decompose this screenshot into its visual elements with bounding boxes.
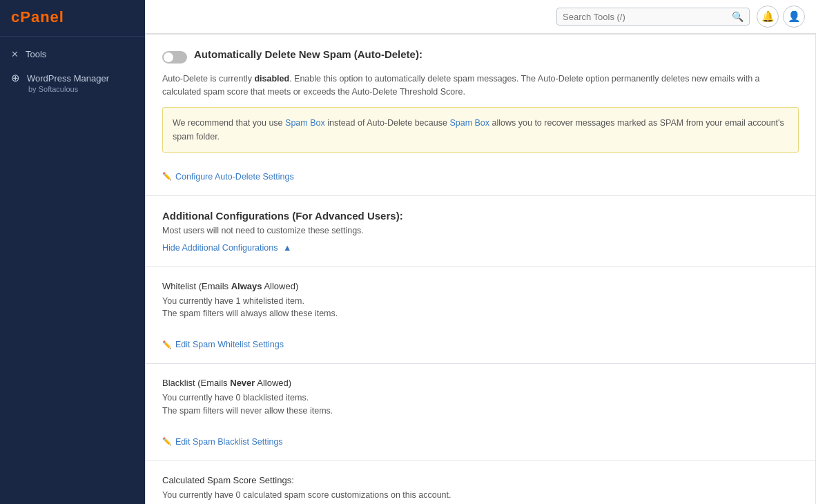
sidebar-item-tools[interactable]: ✕ Tools xyxy=(0,42,145,66)
auto-delete-title: Automatically Delete New Spam (Auto-Dele… xyxy=(194,48,422,60)
whitelist-cursor-indicator xyxy=(286,333,300,349)
sidebar: cPanel ✕ Tools ⊕ WordPress Manager by So… xyxy=(0,0,145,504)
blacklist-pencil-icon: ✏️ xyxy=(162,437,172,446)
spam-score-desc: You currently have 0 calculated spam sco… xyxy=(162,489,799,502)
blacklist-title-after: Allowed) xyxy=(255,378,291,388)
main-area: 🔍 🔔 👤 Automatically Delete New Spam (Aut… xyxy=(145,0,816,504)
blacklist-title-bold: Never xyxy=(230,378,255,388)
additional-config-title: Additional Configurations (For Advanced … xyxy=(162,210,799,222)
additional-config-section: Additional Configurations (For Advanced … xyxy=(146,196,815,267)
blacklist-line2: The spam filters will never allow these … xyxy=(162,405,799,418)
sidebar-item-wordpress[interactable]: ⊕ WordPress Manager by Softaculous xyxy=(0,66,145,99)
pencil-icon: ✏️ xyxy=(162,172,172,181)
spam-score-title: Calculated Spam Score Settings: xyxy=(162,475,799,485)
search-input[interactable] xyxy=(563,12,729,22)
auto-delete-notice: We recommend that you use Spam Box inste… xyxy=(162,107,799,153)
whitelist-line1: You currently have 1 whitelisted item. xyxy=(162,295,799,308)
additional-config-desc: Most users will not need to customize th… xyxy=(162,226,799,235)
notifications-button[interactable]: 🔔 xyxy=(757,6,779,28)
notice-text-before: We recommend that you use xyxy=(173,118,285,128)
top-bar-icons: 🔔 👤 xyxy=(757,6,805,28)
content-panel: Automatically Delete New Spam (Auto-Dele… xyxy=(145,34,816,504)
blacklist-section: Blacklist (Emails Never Allowed) You cur… xyxy=(146,364,815,461)
spam-score-section: Calculated Spam Score Settings: You curr… xyxy=(146,461,815,505)
spam-box-link-1[interactable]: Spam Box xyxy=(285,118,325,128)
wordpress-label: WordPress Manager xyxy=(27,73,109,84)
tools-icon: ✕ xyxy=(11,49,19,59)
sidebar-navigation: ✕ Tools ⊕ WordPress Manager by Softaculo… xyxy=(0,37,145,104)
content-area: Automatically Delete New Spam (Auto-Dele… xyxy=(145,34,816,504)
whitelist-title-bold: Always xyxy=(231,281,262,291)
whitelist-line2: The spam filters will always allow these… xyxy=(162,307,799,320)
wordpress-icon: ⊕ xyxy=(11,72,20,84)
auto-delete-description: Auto-Delete is currently disabled. Enabl… xyxy=(162,72,799,99)
brand-panel: Panel xyxy=(20,8,64,26)
auto-delete-desc-before: Auto-Delete is currently xyxy=(162,74,254,84)
user-button[interactable]: 👤 xyxy=(783,6,805,28)
user-icon: 👤 xyxy=(788,10,801,23)
top-bar: 🔍 🔔 👤 xyxy=(145,0,816,34)
cpanel-brand: cPanel xyxy=(11,8,134,26)
whitelist-title-after: Allowed) xyxy=(262,281,299,291)
wordpress-subtitle: by Softaculous xyxy=(28,85,134,93)
notice-text-middle: instead of Auto-Delete because xyxy=(325,118,450,128)
auto-delete-status: disabled xyxy=(254,74,289,84)
auto-delete-toggle[interactable] xyxy=(162,51,187,64)
blacklist-title: Blacklist (Emails Never Allowed) xyxy=(162,378,799,388)
auto-delete-toggle-row: Automatically Delete New Spam (Auto-Dele… xyxy=(162,48,799,66)
edit-whitelist-label: Edit Spam Whitelist Settings xyxy=(175,340,284,349)
blacklist-line1: You currently have 0 blacklisted items. xyxy=(162,391,799,405)
brand-c: c xyxy=(11,8,20,26)
bell-icon: 🔔 xyxy=(761,10,775,23)
hide-additional-config-link[interactable]: Hide Additional Configurations ▲ xyxy=(162,243,291,253)
auto-delete-section: Automatically Delete New Spam (Auto-Dele… xyxy=(146,35,815,196)
configure-auto-delete-label: Configure Auto-Delete Settings xyxy=(175,172,294,182)
whitelist-title-before: Whitelist (Emails xyxy=(162,281,231,291)
search-icon: 🔍 xyxy=(732,11,744,22)
wordpress-title-row: ⊕ WordPress Manager xyxy=(11,72,134,84)
sidebar-item-tools-label: Tools xyxy=(26,49,46,59)
blacklist-title-before: Blacklist (Emails xyxy=(162,378,230,388)
configure-auto-delete-link[interactable]: ✏️ Configure Auto-Delete Settings xyxy=(162,172,294,182)
sidebar-logo: cPanel xyxy=(0,0,145,37)
edit-blacklist-label: Edit Spam Blacklist Settings xyxy=(175,437,283,447)
edit-whitelist-link[interactable]: ✏️ Edit Spam Whitelist Settings xyxy=(162,340,284,349)
whitelist-title: Whitelist (Emails Always Allowed) xyxy=(162,281,799,291)
chevron-up-icon: ▲ xyxy=(283,243,291,253)
whitelist-pencil-icon: ✏️ xyxy=(162,340,172,349)
search-box[interactable]: 🔍 xyxy=(556,8,750,26)
hide-link-text: Hide Additional Configurations xyxy=(162,243,278,253)
whitelist-section: Whitelist (Emails Always Allowed) You cu… xyxy=(146,267,815,365)
edit-blacklist-link[interactable]: ✏️ Edit Spam Blacklist Settings xyxy=(162,437,283,447)
spam-box-link-2[interactable]: Spam Box xyxy=(449,118,489,128)
